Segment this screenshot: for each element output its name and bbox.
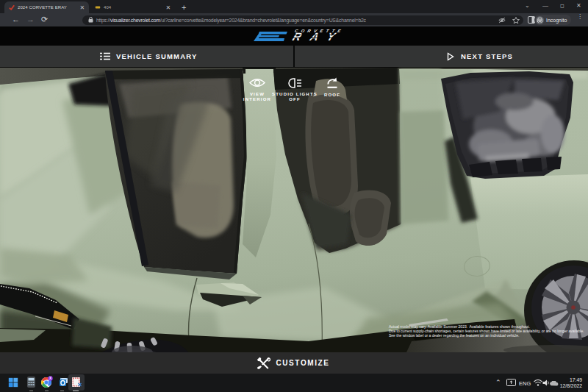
svg-text:X: X: [49, 377, 51, 380]
svg-text:RAY: RAY: [291, 31, 347, 43]
